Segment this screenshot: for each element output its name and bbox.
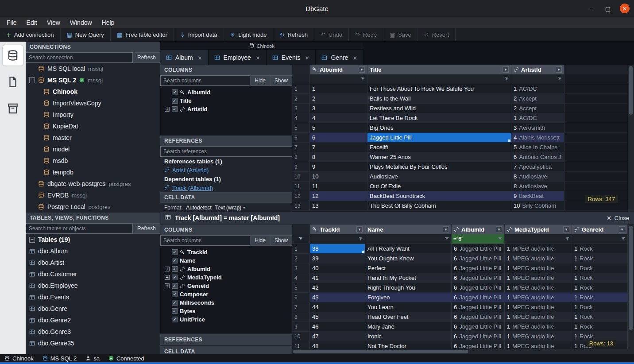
format-select[interactable]: Autodetect — [186, 205, 211, 211]
cell-albumid[interactable]: 6Jagged Little Pill — [452, 254, 505, 263]
toolbar-new-query-button[interactable]: ▤New Query — [61, 28, 111, 41]
cell-title[interactable]: The Best Of Billy Cobham — [367, 201, 511, 211]
tab-genre[interactable]: Genre× — [316, 50, 363, 66]
checkbox[interactable]: ✓ — [172, 106, 178, 112]
cell-title[interactable]: Let There Be Rock — [367, 113, 511, 123]
database-item-importy[interactable]: Importy — [26, 109, 160, 120]
connections-refresh-button[interactable]: Refresh — [133, 52, 160, 63]
track-column-name[interactable]: ✓Name — [160, 256, 292, 265]
database-item-chinook[interactable]: Chinook — [26, 86, 160, 97]
statusbar-connected[interactable]: Connected — [108, 355, 144, 362]
close-icon[interactable]: × — [305, 54, 310, 61]
toolbar-refresh-button[interactable]: ↻Refresh — [273, 28, 314, 41]
table-row[interactable]: 22Balls to the Wall2Accept — [292, 94, 628, 104]
table-row[interactable]: 88Warner 25 Anos6Antônio Carlos J — [292, 152, 628, 162]
activity-database-icon[interactable] — [3, 45, 23, 66]
cell-name[interactable]: Forgiven — [365, 293, 452, 302]
cell-name[interactable]: You Learn — [365, 302, 452, 312]
cell-artistid[interactable]: 2Accept — [511, 94, 564, 104]
table-row[interactable]: 1212BackBeat Soundtrack9BackBeat — [292, 191, 628, 201]
cell-artistid[interactable]: 9BackBeat — [511, 191, 564, 201]
cell-title[interactable]: Big Ones — [367, 123, 511, 133]
cell-trackid[interactable]: 40 — [310, 263, 365, 273]
wrap-select[interactable]: Text (wrap)▾ — [215, 205, 245, 211]
toolbar-add-connection-button[interactable]: +Add connection — [0, 28, 61, 41]
column-header-name[interactable]: Name▾ — [365, 225, 452, 234]
cell-mediatypeid[interactable]: 1MPEG audio file — [505, 322, 572, 332]
cell-trackid[interactable]: 46 — [310, 322, 365, 332]
table-item-dbo-genre[interactable]: dbo.Genre — [26, 303, 160, 314]
statusbar-sa[interactable]: sa — [85, 355, 100, 362]
album-column-artistid[interactable]: +✓ArtistId — [160, 105, 292, 113]
cell-albumid[interactable]: 12 — [310, 191, 367, 201]
menu-item-file[interactable]: File — [2, 17, 22, 28]
cell-albumid[interactable]: 7 — [310, 143, 367, 152]
cell-name[interactable]: Hand In My Pocket — [365, 273, 452, 283]
cell-artistid[interactable]: 4Alanis Morissett — [511, 133, 564, 143]
activity-file-icon[interactable] — [3, 72, 23, 92]
cell-mediatypeid[interactable]: 1MPEG audio file — [505, 312, 572, 322]
filter-input-title[interactable] — [367, 74, 511, 84]
table-item-dbo-genre3[interactable]: dbo.Genre3 — [26, 326, 160, 337]
table-row[interactable]: 542Right Through You6Jagged Little Pill1… — [292, 283, 628, 293]
cell-genreid[interactable]: 1Rock — [572, 244, 628, 254]
cell-albumid[interactable]: 10 — [310, 172, 367, 182]
cell-albumid[interactable]: 6Jagged Little Pill — [452, 263, 505, 273]
chevron-down-icon[interactable]: ▾ — [496, 226, 502, 232]
cell-name[interactable]: All I Really Want — [365, 244, 452, 254]
cell-title[interactable]: Out Of Exile — [367, 182, 511, 191]
cell-albumid[interactable]: 6Jagged Little Pill — [452, 322, 505, 332]
column-header-title[interactable]: Title▾ — [367, 65, 511, 74]
checkbox[interactable]: ✓ — [172, 308, 178, 314]
cell-artistid[interactable]: 2Accept — [511, 104, 564, 113]
cell-genreid[interactable]: 1Rock — [572, 312, 628, 322]
database-item-master[interactable]: master — [26, 132, 160, 143]
filter-funnel-icon[interactable] — [621, 236, 626, 241]
chevron-down-icon[interactable]: ▾ — [556, 66, 562, 73]
column-header-genreid[interactable]: GenreId▾ — [572, 225, 628, 234]
cell-name[interactable]: Ironic — [365, 332, 452, 341]
checkbox[interactable]: ✓ — [172, 98, 178, 104]
cell-albumid[interactable]: 1 — [310, 84, 367, 94]
connection-item-ms-sql-local[interactable]: MS SQL localmssql — [26, 63, 160, 74]
connection-item-postgre-local[interactable]: Postgre Localpostgres — [26, 201, 160, 213]
show-button[interactable]: Show — [270, 75, 292, 86]
cell-artistid[interactable]: 5Alice In Chains — [511, 143, 564, 152]
cell-genreid[interactable]: 1Rock — [572, 283, 628, 293]
detail-close-button[interactable]: × Close — [607, 214, 629, 221]
tables-search-input[interactable] — [26, 223, 133, 234]
cell-trackid[interactable]: 39 — [310, 254, 365, 263]
cell-albumid[interactable]: 5 — [310, 123, 367, 133]
filter-funnel-icon[interactable] — [498, 236, 503, 241]
hide-button[interactable]: Hide — [250, 75, 270, 86]
cell-artistid[interactable]: 10Billy Cobham — [511, 201, 564, 211]
filter-funnel-icon[interactable] — [557, 77, 562, 81]
cell-title[interactable]: Facelift — [367, 143, 511, 152]
tables-group[interactable]: −Tables (19) — [26, 234, 160, 245]
cell-albumid[interactable]: 6Jagged Little Pill — [452, 273, 505, 283]
cell-mediatypeid[interactable]: 1MPEG audio file — [505, 293, 572, 302]
checkbox[interactable]: ✓ — [172, 258, 178, 263]
cell-mediatypeid[interactable]: 1MPEG audio file — [505, 302, 572, 312]
menu-item-view[interactable]: View — [42, 17, 65, 28]
cell-albumid[interactable]: 3 — [310, 104, 367, 113]
cell-albumid[interactable]: 2 — [310, 94, 367, 104]
table-row[interactable]: 340Perfect6Jagged Little Pill1MPEG audio… — [292, 263, 628, 273]
table-row[interactable]: 55Big Ones3Aerosmith — [292, 123, 628, 133]
horizontal-scrollbar[interactable] — [292, 349, 628, 354]
table-row[interactable]: 66Jagged Little Pill4Alanis Morissett — [292, 133, 628, 143]
cell-name[interactable]: You Oughta Know — [365, 254, 452, 263]
cell-title[interactable]: BackBeat Soundtrack — [367, 191, 511, 201]
cell-albumid[interactable]: 6 — [310, 133, 367, 143]
table-row[interactable]: 44Let There Be Rock1AC/DC — [292, 113, 628, 123]
expand-icon[interactable]: + — [165, 275, 170, 280]
track-column-albumid[interactable]: +✓AlbumId — [160, 265, 292, 273]
cell-mediatypeid[interactable]: 1MPEG audio file — [505, 332, 572, 341]
column-header-mediatypeid[interactable]: MediaTypeId▾ — [505, 225, 572, 234]
table-row[interactable]: 138All I Really Want6Jagged Little Pill1… — [292, 244, 628, 254]
toolbar-free-table-editor-button[interactable]: ▦Free table editor — [111, 28, 174, 41]
chevron-down-icon[interactable]: ▾ — [356, 226, 363, 232]
checkbox[interactable]: ✓ — [172, 291, 178, 297]
cell-mediatypeid[interactable]: 1MPEG audio file — [505, 273, 572, 283]
album-column-albumid[interactable]: ✓AlbumId — [160, 88, 292, 97]
